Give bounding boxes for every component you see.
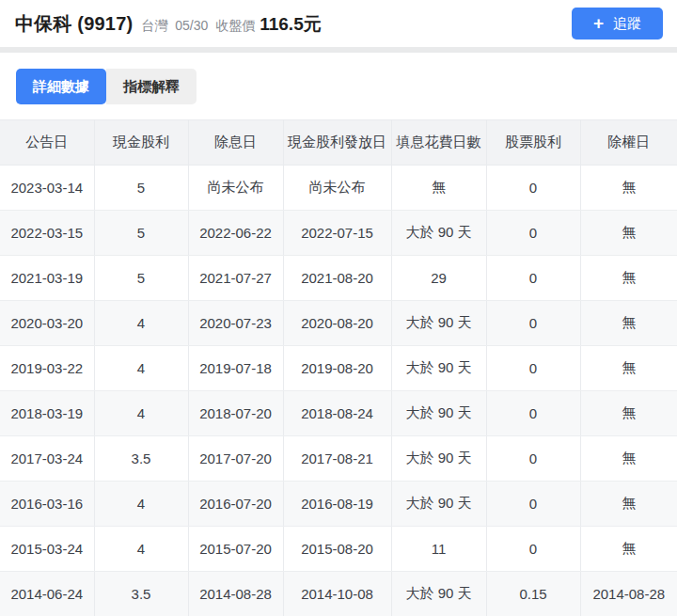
- table-cell: 3.5: [94, 436, 188, 482]
- table-cell: 0: [486, 256, 580, 301]
- table-cell: 大於 90 天: [391, 391, 486, 436]
- tab-indicator-explanation[interactable]: 指標解釋: [106, 69, 197, 104]
- table-cell: 2014-06-24: [0, 572, 94, 616]
- close-price-label: 收盤價: [215, 18, 255, 33]
- table-row: 2017-03-243.52017-07-202017-08-21大於 90 天…: [0, 436, 677, 482]
- table-cell: 2015-03-24: [0, 527, 94, 572]
- table-cell: 大於 90 天: [391, 301, 486, 346]
- table-cell: 4: [94, 482, 188, 527]
- table-cell: 0: [486, 482, 580, 527]
- stock-title: 中保科 (9917): [15, 11, 133, 37]
- table-cell: 2020-08-20: [283, 301, 391, 346]
- column-header-cash-dividend: 現金股利: [94, 120, 188, 166]
- table-cell: 大於 90 天: [391, 436, 486, 482]
- column-header-announce-date: 公告日: [0, 120, 94, 166]
- table-cell: 2022-03-15: [0, 211, 94, 256]
- table-cell: 無: [580, 301, 677, 346]
- table-cell: 4: [94, 391, 188, 436]
- table-cell: 11: [391, 527, 486, 572]
- table-cell: 2020-03-20: [0, 301, 94, 346]
- table-cell: 無: [580, 391, 677, 436]
- table-cell: 2014-08-28: [580, 572, 677, 616]
- table-cell: 2019-03-22: [0, 346, 94, 391]
- table-cell: 2021-03-19: [0, 256, 94, 301]
- table-cell: 3.5: [94, 572, 188, 616]
- table-cell: 無: [580, 256, 677, 301]
- table-cell: 2016-08-19: [283, 482, 391, 527]
- table-row: 2021-03-1952021-07-272021-08-20290無: [0, 256, 677, 301]
- table-cell: 無: [391, 166, 486, 211]
- table-cell: 0: [486, 211, 580, 256]
- column-header-ex-rights-date: 除權日: [580, 120, 677, 166]
- table-cell: 4: [94, 527, 188, 572]
- stock-header: 中保科 (9917) 台灣 05/30 收盤價 116.5元 + 追蹤: [0, 0, 677, 47]
- table-row: 2014-06-243.52014-08-282014-10-08大於 90 天…: [0, 572, 677, 616]
- dividend-table: 公告日 現金股利 除息日 現金股利發放日 填息花費日數 股票股利 除權日 202…: [0, 119, 677, 616]
- column-header-ex-dividend-date: 除息日: [188, 120, 283, 166]
- table-row: 2018-03-1942018-07-202018-08-24大於 90 天0無: [0, 391, 677, 436]
- table-cell: 0: [486, 166, 580, 211]
- table-cell: 2019-08-20: [283, 346, 391, 391]
- table-cell: 2017-07-20: [188, 436, 283, 482]
- table-cell: 2015-07-20: [188, 527, 283, 572]
- table-row: 2015-03-2442015-07-202015-08-20110無: [0, 527, 677, 572]
- table-cell: 無: [580, 527, 677, 572]
- table-cell: 無: [580, 436, 677, 482]
- stock-title-group: 中保科 (9917) 台灣 05/30 收盤價 116.5元: [15, 11, 322, 37]
- table-cell: 0.15: [486, 572, 580, 616]
- table-cell: 2021-08-20: [283, 256, 391, 301]
- table-cell: 5: [94, 256, 188, 301]
- table-cell: 2017-03-24: [0, 436, 94, 482]
- follow-button-label: 追蹤: [613, 15, 641, 33]
- table-cell: 2016-07-20: [188, 482, 283, 527]
- table-cell: 大於 90 天: [391, 482, 486, 527]
- tab-detailed-data[interactable]: 詳細數據: [16, 69, 106, 104]
- table-cell: 無: [580, 211, 677, 256]
- column-header-fill-days: 填息花費日數: [391, 120, 486, 166]
- table-cell: 大於 90 天: [391, 211, 486, 256]
- table-cell: 2014-08-28: [188, 572, 283, 616]
- table-cell: 2019-07-18: [188, 346, 283, 391]
- table-cell: 29: [391, 256, 486, 301]
- table-cell: 大於 90 天: [391, 572, 486, 616]
- follow-button[interactable]: + 追蹤: [572, 8, 663, 39]
- table-row: 2023-03-145尚未公布尚未公布無0無: [0, 166, 677, 211]
- table-cell: 2017-08-21: [283, 436, 391, 482]
- table-row: 2016-03-1642016-07-202016-08-19大於 90 天0無: [0, 482, 677, 527]
- dividend-table-header: 公告日 現金股利 除息日 現金股利發放日 填息花費日數 股票股利 除權日: [0, 120, 677, 166]
- table-cell: 0: [486, 301, 580, 346]
- table-cell: 2018-03-19: [0, 391, 94, 436]
- close-price-value: 116.5元: [260, 12, 322, 37]
- quote-date: 05/30: [175, 18, 208, 33]
- table-cell: 2018-07-20: [188, 391, 283, 436]
- table-cell: 5: [94, 211, 188, 256]
- table-cell: 2022-07-15: [283, 211, 391, 256]
- table-cell: 尚未公布: [188, 166, 283, 211]
- table-cell: 4: [94, 346, 188, 391]
- table-cell: 0: [486, 346, 580, 391]
- table-cell: 2021-07-27: [188, 256, 283, 301]
- table-cell: 0: [486, 391, 580, 436]
- stock-meta: 台灣 05/30 收盤價: [141, 18, 255, 35]
- table-cell: 2018-08-24: [283, 391, 391, 436]
- table-cell: 0: [486, 436, 580, 482]
- plus-icon: +: [593, 14, 604, 32]
- table-cell: 2020-07-23: [188, 301, 283, 346]
- table-cell: 無: [580, 166, 677, 211]
- table-cell: 2016-03-16: [0, 482, 94, 527]
- column-header-cash-pay-date: 現金股利發放日: [283, 120, 391, 166]
- dividend-table-body: 2023-03-145尚未公布尚未公布無0無2022-03-1552022-06…: [0, 166, 677, 616]
- table-cell: 尚未公布: [283, 166, 391, 211]
- market-label: 台灣: [141, 18, 167, 33]
- tab-bar: 詳細數據 指標解釋: [0, 53, 677, 119]
- table-cell: 2022-06-22: [188, 211, 283, 256]
- column-header-stock-dividend: 股票股利: [486, 120, 580, 166]
- table-row: 2019-03-2242019-07-182019-08-20大於 90 天0無: [0, 346, 677, 391]
- table-cell: 0: [486, 527, 580, 572]
- table-cell: 5: [94, 166, 188, 211]
- table-cell: 無: [580, 482, 677, 527]
- table-cell: 大於 90 天: [391, 346, 486, 391]
- table-cell: 4: [94, 301, 188, 346]
- table-row: 2022-03-1552022-06-222022-07-15大於 90 天0無: [0, 211, 677, 256]
- table-cell: 2023-03-14: [0, 166, 94, 211]
